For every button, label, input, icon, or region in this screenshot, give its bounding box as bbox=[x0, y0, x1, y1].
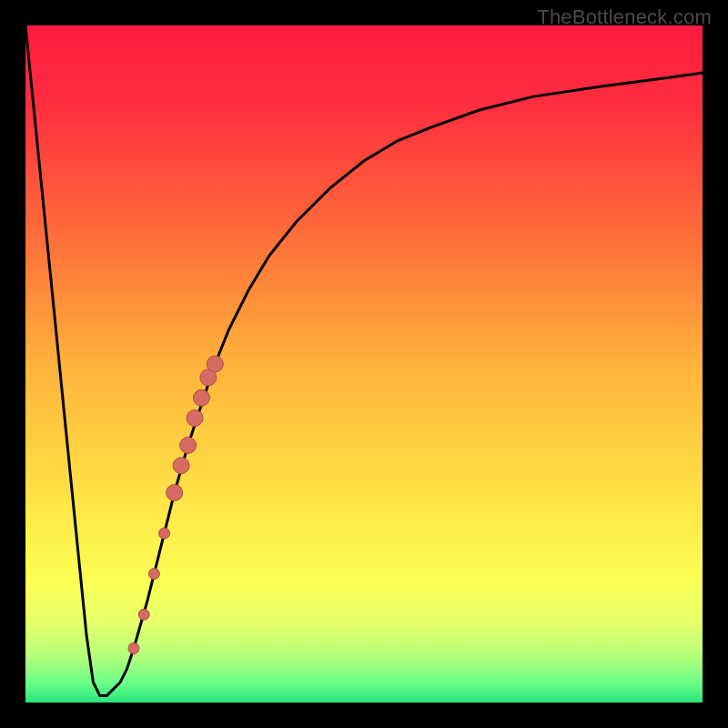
watermark-text: TheBottleneck.com bbox=[537, 5, 712, 29]
bottleneck-chart bbox=[25, 25, 703, 703]
data-marker bbox=[207, 356, 223, 372]
data-marker bbox=[173, 458, 189, 474]
data-marker bbox=[138, 609, 149, 620]
data-marker bbox=[128, 643, 139, 654]
data-marker bbox=[180, 437, 197, 453]
gradient-background bbox=[25, 25, 703, 703]
plot-area bbox=[25, 25, 703, 703]
chart-frame: TheBottleneck.com bbox=[0, 0, 728, 728]
data-marker bbox=[148, 569, 159, 580]
data-marker bbox=[167, 484, 183, 500]
data-marker bbox=[159, 528, 170, 539]
data-marker bbox=[193, 389, 209, 406]
data-marker bbox=[187, 410, 203, 427]
